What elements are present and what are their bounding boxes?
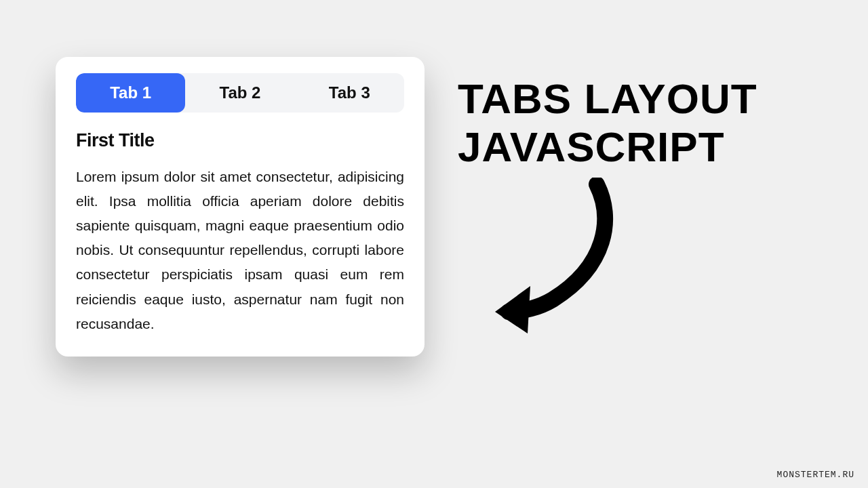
tab-2[interactable]: Tab 2: [185, 73, 294, 113]
tab-bar: Tab 1 Tab 2 Tab 3: [76, 73, 404, 113]
content-body: Lorem ipsum dolor sit amet consectetur, …: [76, 165, 404, 336]
curved-arrow-icon: [488, 178, 624, 333]
content-title: First Title: [76, 130, 404, 151]
tab-1[interactable]: Tab 1: [76, 73, 185, 113]
watermark-text: MONSTERTEM.RU: [777, 470, 854, 480]
tabs-card: Tab 1 Tab 2 Tab 3 First Title Lorem ipsu…: [56, 57, 425, 357]
tab-3[interactable]: Tab 3: [295, 73, 404, 113]
page-headline: TABS LAYOUT JAVASCRIPT: [458, 75, 844, 171]
